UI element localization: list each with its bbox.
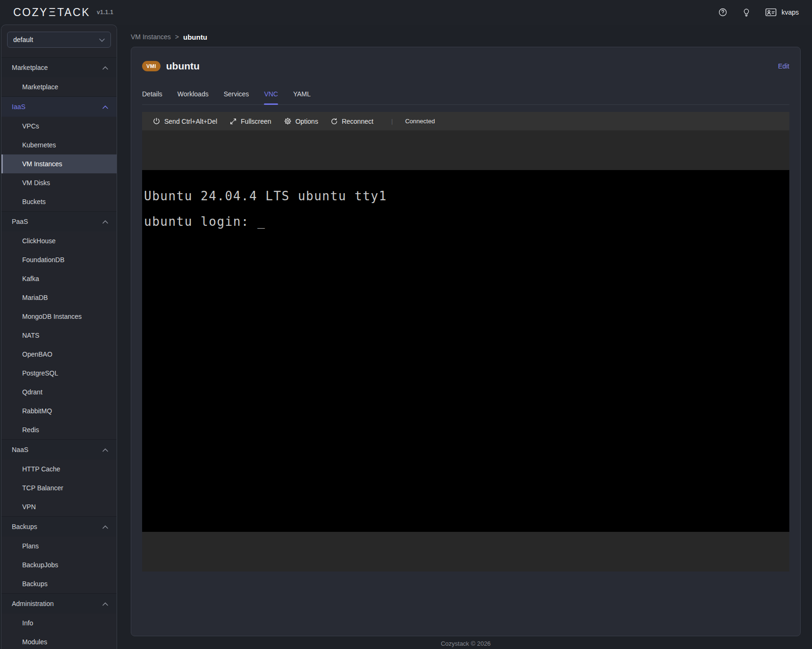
terminal-line: ubuntu login: _: [144, 215, 789, 228]
card-header: VMI ubuntu Edit: [142, 47, 789, 73]
fullscreen-button[interactable]: Fullscreen: [229, 118, 271, 125]
section-header-paas[interactable]: PaaS: [1, 212, 117, 231]
sidebar-item-nats[interactable]: NATS: [1, 326, 117, 345]
logo-text-left: COZY: [13, 6, 48, 19]
sidebar-item-label: ClickHouse: [22, 237, 56, 245]
sidebar-item-label: Info: [22, 619, 33, 627]
app-version: v1.1.1: [97, 9, 113, 16]
sidebar-item-vpcs[interactable]: VPCs: [1, 117, 117, 136]
edit-button[interactable]: Edit: [778, 62, 789, 70]
tab-yaml[interactable]: YAML: [293, 90, 311, 104]
sidebar-section-naas: NaaSHTTP CacheTCP BalancerVPN: [1, 439, 117, 516]
user-menu[interactable]: kvaps: [765, 8, 799, 17]
sidebar-item-backupjobs[interactable]: BackupJobs: [1, 555, 117, 574]
sidebar-item-foundationdb[interactable]: FoundationDB: [1, 250, 117, 269]
sidebar-item-mariadb[interactable]: MariaDB: [1, 288, 117, 307]
fullscreen-icon: [229, 118, 237, 125]
sidebar-item-label: Backups: [22, 580, 48, 588]
reconnect-label: Reconnect: [342, 118, 373, 125]
sidebar: default MarketplaceMarketplaceIaaSVPCsKu…: [1, 25, 117, 649]
sidebar-item-label: MongoDB Instances: [22, 313, 82, 320]
send-ctrl-alt-del-button[interactable]: Send Ctrl+Alt+Del: [152, 117, 217, 125]
sidebar-item-clickhouse[interactable]: ClickHouse: [1, 231, 117, 250]
sidebar-item-label: PostgreSQL: [22, 369, 58, 377]
power-icon: [152, 117, 161, 125]
sidebar-section-backups: BackupsPlansBackupJobsBackups: [1, 516, 117, 593]
section-label: IaaS: [12, 103, 25, 111]
help-icon[interactable]: [718, 8, 727, 17]
sidebar-item-label: FoundationDB: [22, 256, 65, 264]
section-header-iaas[interactable]: IaaS: [1, 97, 117, 117]
connection-status: Connected: [405, 118, 435, 125]
sidebar-item-postgresql[interactable]: PostgreSQL: [1, 364, 117, 383]
sidebar-item-label: Kubernetes: [22, 141, 56, 149]
sidebar-item-kafka[interactable]: Kafka: [1, 269, 117, 288]
sidebar-item-label: VPCs: [22, 122, 39, 130]
sidebar-item-label: BackupJobs: [22, 561, 58, 569]
namespace-select[interactable]: default: [7, 32, 111, 48]
section-label: PaaS: [12, 218, 28, 225]
section-label: Administration: [12, 600, 54, 607]
breadcrumb-current: ubuntu: [183, 33, 207, 41]
sidebar-item-plans[interactable]: Plans: [1, 537, 117, 555]
sidebar-item-label: Marketplace: [22, 83, 58, 91]
sidebar-sections: MarketplaceMarketplaceIaaSVPCsKubernetes…: [1, 57, 117, 649]
chevron-up-icon: [102, 218, 108, 225]
sidebar-item-redis[interactable]: Redis: [1, 420, 117, 439]
sidebar-item-info[interactable]: Info: [1, 614, 117, 632]
sidebar-item-modules[interactable]: Modules: [1, 632, 117, 649]
options-label: Options: [296, 118, 318, 125]
sidebar-item-tcp-balancer[interactable]: TCP Balancer: [1, 478, 117, 497]
sidebar-item-label: VM Disks: [22, 179, 50, 187]
tab-workloads[interactable]: Workloads: [178, 90, 209, 104]
topbar-actions: kvaps: [718, 8, 799, 17]
send-ctrl-alt-del-label: Send Ctrl+Alt+Del: [164, 118, 217, 125]
topbar: COZYΞTACK v1.1.1: [0, 0, 812, 25]
tab-vnc[interactable]: VNC: [264, 90, 278, 104]
chevron-up-icon: [102, 523, 108, 530]
sidebar-item-vpn[interactable]: VPN: [1, 497, 117, 516]
sidebar-section-marketplace: MarketplaceMarketplace: [1, 57, 117, 96]
sidebar-item-label: OpenBAO: [22, 350, 52, 358]
reconnect-button[interactable]: Reconnect: [330, 118, 373, 125]
namespace-select-wrap: default: [1, 25, 117, 57]
main-content: VM Instances > ubuntu VMI ubuntu Edit De…: [118, 25, 812, 649]
sidebar-item-http-cache[interactable]: HTTP Cache: [1, 460, 117, 478]
section-header-administration[interactable]: Administration: [1, 594, 117, 614]
section-header-backups[interactable]: Backups: [1, 517, 117, 537]
breadcrumb-parent[interactable]: VM Instances: [131, 33, 171, 41]
chevron-up-icon: [102, 600, 108, 607]
sidebar-item-openbao[interactable]: OpenBAO: [1, 345, 117, 364]
sidebar-item-mongodb-instances[interactable]: MongoDB Instances: [1, 307, 117, 326]
section-header-naas[interactable]: NaaS: [1, 440, 117, 460]
logo-glyph-icon: Ξ: [49, 6, 57, 19]
sidebar-item-label: Kafka: [22, 275, 39, 282]
namespace-value: default: [13, 36, 33, 43]
options-button[interactable]: Options: [284, 117, 318, 125]
page-title: ubuntu: [166, 60, 200, 72]
sidebar-item-marketplace[interactable]: Marketplace: [1, 77, 117, 96]
tab-services[interactable]: Services: [224, 90, 249, 104]
resource-kind-badge: VMI: [142, 61, 161, 71]
sidebar-item-qdrant[interactable]: Qdrant: [1, 383, 117, 401]
sidebar-item-label: RabbitMQ: [22, 407, 52, 415]
logo-text-right: TACK: [57, 6, 90, 19]
sidebar-item-backups[interactable]: Backups: [1, 574, 117, 593]
sidebar-item-label: Modules: [22, 638, 47, 646]
tabs-bar: DetailsWorkloadsServicesVNCYAML: [142, 90, 789, 105]
sidebar-item-label: Redis: [22, 426, 39, 434]
sidebar-item-label: HTTP Cache: [22, 465, 60, 473]
vnc-panel: Send Ctrl+Alt+Del Fullscreen: [142, 112, 789, 572]
vnc-toolbar: Send Ctrl+Alt+Del Fullscreen: [142, 112, 789, 130]
sidebar-item-vm-instances[interactable]: VM Instances: [1, 154, 117, 173]
section-header-marketplace[interactable]: Marketplace: [1, 58, 117, 77]
lightbulb-icon[interactable]: [742, 8, 751, 17]
sidebar-item-buckets[interactable]: Buckets: [1, 192, 117, 211]
sidebar-item-rabbitmq[interactable]: RabbitMQ: [1, 401, 117, 420]
tab-details[interactable]: Details: [142, 90, 162, 104]
vnc-console[interactable]: Ubuntu 24.04.4 LTS ubuntu tty1ubuntu log…: [142, 170, 789, 532]
sidebar-item-kubernetes[interactable]: Kubernetes: [1, 136, 117, 154]
chevron-up-icon: [102, 103, 108, 111]
copyright-text: Cozystack © 2026: [441, 640, 491, 647]
sidebar-item-vm-disks[interactable]: VM Disks: [1, 173, 117, 192]
